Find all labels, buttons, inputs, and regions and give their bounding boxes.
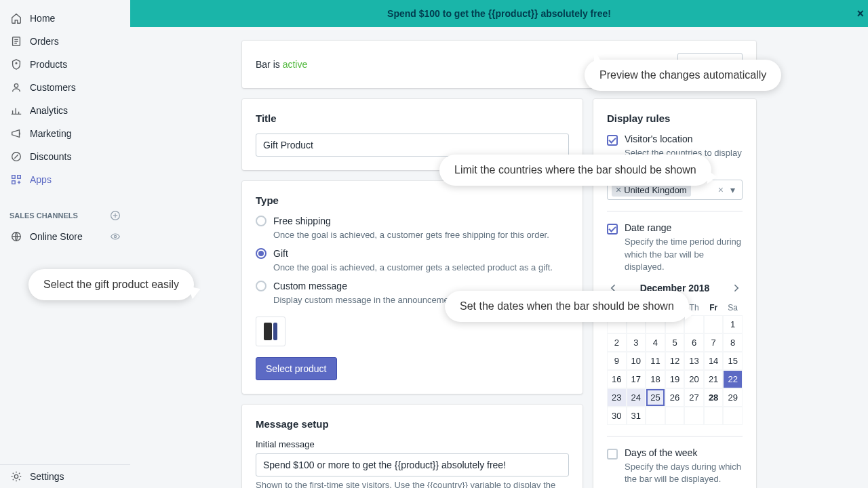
analytics-icon: [9, 104, 23, 117]
products-icon: [9, 58, 23, 71]
calendar-day[interactable]: 29: [723, 388, 743, 407]
sidebar-item-label: Settings: [30, 471, 64, 482]
sidebar-item-label: Analytics: [30, 105, 68, 116]
apps-icon: [9, 173, 23, 186]
type-option[interactable]: Gift: [256, 248, 569, 259]
sidebar-item-online-store[interactable]: Online Store: [0, 225, 130, 248]
calendar-day[interactable]: 12: [665, 352, 685, 370]
calendar-day[interactable]: 23: [607, 388, 627, 407]
sidebar-item-home[interactable]: Home: [0, 7, 130, 30]
calendar-day[interactable]: 25: [646, 388, 665, 407]
calendar-weekday: Fr: [704, 300, 724, 315]
calendar-day[interactable]: 13: [684, 352, 704, 370]
callout-gift: Select the gift product easily: [28, 269, 194, 300]
calendar-day[interactable]: 14: [704, 352, 724, 370]
calendar-day[interactable]: 24: [627, 388, 646, 407]
calendar-day[interactable]: 3: [627, 333, 646, 352]
calendar-day[interactable]: 20: [684, 370, 704, 388]
sidebar-item-label: Apps: [30, 174, 52, 185]
date-range-checkbox[interactable]: [607, 224, 618, 235]
calendar-day[interactable]: 26: [665, 388, 685, 407]
initial-message-hint: Shown to the first-time site visitors. U…: [256, 479, 569, 488]
discounts-icon: [9, 150, 23, 163]
sidebar-item-products[interactable]: Products: [0, 53, 130, 76]
title-input[interactable]: [256, 134, 569, 157]
calendar-day[interactable]: 2: [607, 333, 627, 352]
calendar-day[interactable]: 15: [723, 352, 743, 370]
sidebar-item-discounts[interactable]: Discounts: [0, 145, 130, 168]
sidebar-item-apps[interactable]: Apps: [0, 168, 130, 191]
sidebar-item-label: Customers: [30, 82, 76, 93]
sidebar-item-marketing[interactable]: Marketing: [0, 122, 130, 145]
calendar-day[interactable]: 18: [646, 370, 665, 388]
dow-checkbox[interactable]: [607, 449, 618, 460]
type-option-desc: Once the goal is achieved, a customer ge…: [273, 229, 569, 241]
calendar-day[interactable]: 6: [684, 333, 704, 352]
message-card: Message setup Initial message Shown to t…: [242, 405, 583, 488]
sidebar-item-label: Marketing: [30, 128, 71, 139]
type-heading: Type: [256, 195, 569, 206]
calendar-day[interactable]: 30: [607, 407, 627, 425]
chevron-down-icon[interactable]: ▾: [728, 184, 738, 195]
svg-point-1: [16, 62, 17, 64]
calendar-day[interactable]: 17: [627, 370, 646, 388]
calendar-day[interactable]: 9: [607, 352, 627, 370]
calendar-day[interactable]: 31: [627, 407, 646, 425]
calendar-day[interactable]: 27: [684, 388, 704, 407]
orders-icon: [9, 35, 23, 48]
radio-icon: [256, 248, 267, 259]
status-text: Bar is active: [256, 59, 307, 70]
svg-rect-4: [12, 176, 16, 179]
calendar-day[interactable]: 11: [646, 352, 665, 370]
calendar-day[interactable]: 28: [704, 388, 724, 407]
add-channel-icon[interactable]: [110, 210, 121, 221]
calendar-day[interactable]: 16: [607, 370, 627, 388]
sidebar-item-customers[interactable]: Customers: [0, 76, 130, 99]
eye-icon[interactable]: [110, 231, 121, 242]
svg-rect-5: [18, 176, 21, 179]
date-range-hint: Specify the time period during which the…: [625, 236, 743, 273]
calendar-day[interactable]: 7: [704, 333, 724, 352]
initial-message-label: Initial message: [256, 439, 569, 449]
date-range-label: Date range: [625, 222, 743, 233]
calendar-day[interactable]: 5: [665, 333, 685, 352]
svg-point-11: [114, 235, 116, 237]
sidebar-item-label: Orders: [30, 36, 59, 47]
calendar-day[interactable]: 8: [723, 333, 743, 352]
location-checkbox[interactable]: [607, 135, 618, 146]
type-card: Type Free shippingOnce the goal is achie…: [242, 181, 583, 394]
clear-icon[interactable]: ×: [714, 184, 728, 195]
main-content: Spend $100 to get the {{product}} absolu…: [130, 0, 868, 488]
sidebar-item-label: Home: [30, 13, 55, 24]
title-heading: Title: [256, 113, 569, 124]
customers-icon: [9, 81, 23, 94]
next-month-icon[interactable]: [729, 281, 743, 295]
close-icon[interactable]: ×: [856, 7, 864, 21]
sidebar-item-label: Products: [30, 59, 67, 70]
sales-channels-header: SALES CHANNELS: [0, 198, 130, 225]
dow-hint: Specify the days during which the bar wi…: [625, 461, 743, 485]
dow-label: Days of the week: [625, 447, 743, 458]
sidebar-item-orders[interactable]: Orders: [0, 30, 130, 53]
calendar-day[interactable]: 4: [646, 333, 665, 352]
type-option-label: Custom message: [273, 281, 347, 291]
callout-dates: Set the dates when the bar should be sho…: [445, 291, 689, 322]
calendar-day[interactable]: 10: [627, 352, 646, 370]
remove-tag-icon[interactable]: ×: [616, 184, 621, 195]
type-option[interactable]: Custom message: [256, 281, 569, 291]
select-product-button[interactable]: Select product: [256, 357, 337, 380]
banner-text: Spend $100 to get the {{product}} absolu…: [387, 8, 611, 19]
radio-icon: [256, 216, 267, 226]
calendar-day[interactable]: 19: [665, 370, 685, 388]
marketing-icon: [9, 127, 23, 140]
calendar-day[interactable]: 1: [723, 315, 743, 333]
sidebar-item-settings[interactable]: Settings: [0, 465, 130, 488]
sidebar-item-analytics[interactable]: Analytics: [0, 99, 130, 122]
type-option[interactable]: Free shipping: [256, 216, 569, 226]
type-option-label: Free shipping: [273, 216, 331, 226]
sidebar-item-label: Online Store: [30, 231, 83, 242]
calendar-day[interactable]: 22: [723, 370, 743, 388]
calendar-day[interactable]: 21: [704, 370, 724, 388]
initial-message-input[interactable]: [256, 453, 569, 476]
calendar-day: [684, 407, 704, 425]
